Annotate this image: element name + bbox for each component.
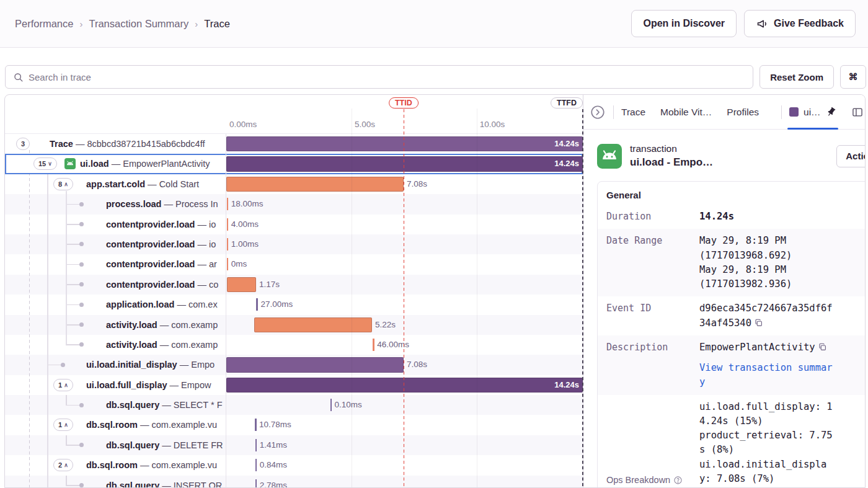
tab-trace[interactable]: Trace (621, 95, 645, 129)
span-description: com.example.vu (152, 420, 218, 430)
copy-icon[interactable] (754, 318, 763, 327)
span-bar[interactable] (227, 277, 256, 292)
span-bar[interactable] (254, 317, 372, 332)
span-tick[interactable] (227, 198, 229, 210)
tab-ui[interactable]: ui… (789, 95, 836, 129)
duration-label: 0ms (231, 254, 247, 274)
expand-badge[interactable]: 8∧ (53, 178, 73, 190)
row-key: Ops Breakdown (606, 474, 699, 486)
span-tick[interactable] (227, 238, 229, 251)
open-in-discover-button[interactable]: Open in Discover (631, 10, 737, 37)
trace-row[interactable]: 15∨ui.load — EmpowerPlantActivity14.24s (5, 154, 583, 174)
duration-label: 1.41ms (260, 435, 287, 455)
breadcrumb-performance[interactable]: Performance (15, 18, 73, 30)
trace-row[interactable]: application.load — com.ex27.00ms (5, 295, 583, 314)
copy-icon[interactable] (818, 342, 827, 352)
span-bar[interactable]: 14.24s (226, 156, 583, 171)
span-op: contentprovider.load (106, 280, 195, 290)
row-value: ui.load.full_display: 14.24s (15%)produc… (699, 400, 837, 487)
trace-row[interactable]: db.sql.query — SELECT * F0.10ms (5, 395, 583, 415)
trace-row[interactable]: contentprovider.load — ar0ms (5, 254, 583, 274)
duration-label: 2.78ms (260, 476, 287, 488)
span-op: db.sql.query (106, 481, 159, 488)
span-description: com.example.vu (152, 460, 218, 470)
span-description: Cold Start (159, 179, 199, 189)
span-tick[interactable] (227, 258, 229, 270)
duration-label: 14.24s (554, 378, 579, 393)
trace-row[interactable]: contentprovider.load — io4.00ms (5, 215, 583, 234)
span-description: com.examp (171, 340, 218, 350)
span-tick[interactable] (373, 339, 374, 351)
tree-guide-line (29, 150, 30, 488)
expand-badge[interactable]: 1∧ (53, 379, 73, 391)
trace-row[interactable]: process.load — Process In18.00ms (5, 194, 583, 214)
trace-row-bar-cell: 0.10ms (226, 395, 582, 415)
reset-zoom-button[interactable]: Reset Zoom (760, 65, 834, 89)
shortcut-button[interactable]: ⌘ (840, 65, 866, 89)
trace-row-tree-cell: ui.load.initial_display — Empo (5, 355, 226, 375)
search-box[interactable] (5, 65, 753, 89)
drawer-layout-controls (851, 106, 866, 118)
tree-bullet (79, 262, 84, 267)
trace-view: 0.00ms5.00s10.00sTTIDTTFD 3Trace — 8cbbc… (4, 94, 866, 488)
span-description: INSERT OR (174, 481, 222, 488)
trace-row[interactable]: 8∧app.start.cold — Cold Start7.08s (5, 174, 583, 194)
search-input[interactable] (29, 72, 745, 82)
trace-row-bar-cell: 5.22s (226, 315, 582, 335)
trace-row[interactable]: 1∧ui.load.full_display — Empow14.24s (5, 375, 583, 395)
span-tick[interactable] (256, 298, 258, 311)
trace-row[interactable]: ui.load.initial_display — Empo7.08s (5, 355, 583, 375)
span-tick[interactable] (255, 479, 257, 488)
transaction-type-label: transaction (630, 143, 713, 154)
trace-row[interactable]: activity.load — com.examp5.22s (5, 315, 583, 335)
trace-row[interactable]: 3Trace — 8cbbcd38721b415ab6cbdc4ff14.24s (5, 134, 583, 154)
tab-mobile-vit[interactable]: Mobile Vit… (660, 95, 712, 129)
span-tick[interactable] (255, 459, 257, 471)
trace-row[interactable]: contentprovider.load — co1.17s (5, 275, 583, 295)
expand-badge[interactable]: 1∧ (53, 419, 73, 431)
span-description: io (209, 220, 216, 229)
ttid-badge[interactable]: TTID (389, 97, 418, 109)
span-bar[interactable] (226, 357, 404, 372)
span-bar[interactable]: 14.24s (226, 378, 583, 393)
span-tick[interactable] (330, 399, 332, 411)
give-feedback-button[interactable]: Give Feedback (744, 10, 856, 37)
trace-row[interactable]: db.sql.query — DELETE FR1.41ms (5, 435, 583, 455)
span-op: contentprovider.load (106, 259, 195, 269)
span-label: activity.load — com.examp (106, 335, 218, 355)
trace-row[interactable]: 1∧db.sql.room — com.example.vu10.78ms (5, 415, 583, 435)
layout-left-icon[interactable] (851, 106, 864, 118)
span-tick[interactable] (255, 419, 257, 431)
ttfd-badge[interactable]: TTFD (551, 97, 583, 109)
trace-row[interactable]: activity.load — com.examp46.00ms (5, 335, 583, 355)
trace-row[interactable]: 2∧db.sql.room — com.example.vu0.84ms (5, 455, 583, 475)
expand-badge[interactable]: 2∧ (53, 459, 73, 471)
span-bar[interactable] (226, 177, 404, 192)
span-description: Empow (181, 380, 211, 390)
tree-bullet (79, 242, 84, 246)
expand-badge[interactable]: 15∨ (33, 157, 57, 170)
span-tick[interactable] (255, 439, 257, 451)
pin-icon[interactable] (826, 107, 836, 117)
span-description: 8cbbcd38721b415ab6cbdc4ff (87, 139, 205, 149)
span-bar[interactable]: 14.24s (226, 136, 583, 151)
trace-row[interactable]: db.sql.query — INSERT OR2.78ms (5, 476, 583, 488)
help-icon[interactable] (673, 476, 683, 485)
tree-bullet (79, 342, 84, 347)
view-transaction-summary-link[interactable]: View transaction summary (699, 361, 837, 390)
general-heading: General (598, 182, 866, 205)
trace-row-tree-cell: activity.load — com.examp (5, 335, 226, 355)
trace-row[interactable]: contentprovider.load — io1.00ms (5, 234, 583, 254)
breadcrumb-transaction-summary[interactable]: Transaction Summary (89, 18, 188, 30)
trace-row-tree-cell: 3Trace — 8cbbcd38721b415ab6cbdc4ff (5, 134, 226, 154)
span-tick[interactable] (227, 218, 229, 231)
expand-badge[interactable]: 3 (16, 138, 30, 150)
tab-profiles[interactable]: Profiles (727, 95, 759, 129)
chevron-right-circle-icon[interactable] (590, 104, 606, 120)
general-row-description: DescriptionEmpowerPlantActivityView tran… (598, 335, 866, 395)
actions-button[interactable]: Actions ∨ (836, 145, 866, 167)
trace-toolbar: Reset Zoom ⌘ (0, 48, 868, 94)
duration-label: 7.08s (407, 174, 427, 194)
row-value: 14.24s (699, 210, 837, 224)
axis-tick-label: 10.00s (480, 120, 505, 129)
